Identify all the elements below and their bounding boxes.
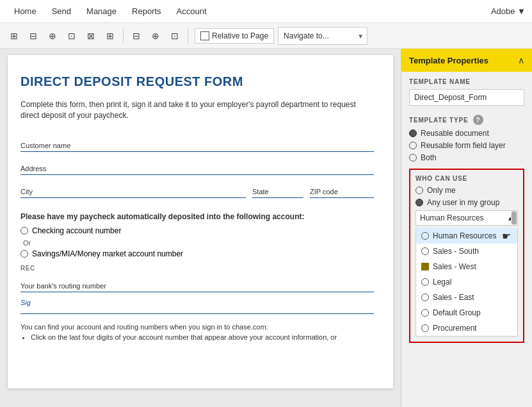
city-label: City [20, 188, 33, 197]
panel-header-title: Template Properties [409, 56, 488, 65]
signature-line: Sig [20, 299, 374, 314]
state-field[interactable]: State [252, 180, 303, 198]
tool-btn-7[interactable]: ⊟ [127, 27, 145, 45]
savings-radio-icon [20, 250, 28, 258]
only-me-option[interactable]: Only me [415, 186, 518, 195]
tool-btn-4[interactable]: ⊡ [63, 27, 81, 45]
sales-west-square-icon [421, 263, 429, 270]
template-type-help-icon[interactable]: ? [473, 115, 483, 125]
zip-field[interactable]: ZIP code [310, 180, 374, 198]
who-can-use-label: WHO CAN USE [415, 175, 518, 182]
savings-radio[interactable]: Savings/MIA/Money market account number [20, 249, 374, 258]
doc-title: DIRECT DEPOSIT REQUEST FORM [20, 74, 374, 89]
who-can-use-section: WHO CAN USE Only me Any user in my group… [409, 169, 524, 343]
tool-btn-5[interactable]: ⊠ [82, 27, 100, 45]
tool-btn-1[interactable]: ⊞ [5, 27, 23, 45]
group-dropdown-header: Human Resources ▲ [416, 211, 517, 225]
group-item-sales-east[interactable]: Sales - East [416, 290, 517, 305]
customer-name-field[interactable]: Customer name [20, 134, 374, 152]
checking-label: Checking account number [32, 226, 121, 235]
sales-west-label: Sales - West [433, 262, 476, 271]
sales-south-radio-icon [421, 247, 429, 255]
savings-label: Savings/MIA/Money market account number [32, 249, 183, 258]
customer-name-label: Customer name [20, 142, 70, 151]
footer-bullet: Click on the last four digits of your ac… [31, 332, 374, 343]
menu-bar: Home Send Manage Reports Account Adobe ▼ [0, 0, 532, 23]
default-radio-icon [421, 309, 429, 317]
sales-south-label: Sales - South [433, 247, 479, 256]
group-item-sales-south[interactable]: Sales - South [416, 244, 517, 259]
menu-account[interactable]: Account [169, 1, 214, 21]
sig-label: Sig [20, 299, 374, 314]
tool-btn-9[interactable]: ⊡ [166, 27, 184, 45]
relative-to-page-label: Relative to Page [212, 31, 268, 40]
group-scroll-bar[interactable] [511, 211, 517, 225]
right-panel: Template Properties ∧ TEMPLATE NAME TEMP… [401, 49, 532, 407]
template-type-section-label: TEMPLATE TYPE ? [409, 115, 524, 125]
menu-home[interactable]: Home [6, 1, 44, 21]
doc-footer: You can find your account and routing nu… [20, 322, 374, 343]
sales-east-radio-icon [421, 294, 429, 301]
reusable-doc-label: Reusable document [421, 129, 489, 138]
tool-btn-6[interactable]: ⊞ [101, 27, 119, 45]
group-item-hr[interactable]: Human Resources ☛ [416, 228, 517, 244]
only-me-radio-icon [415, 187, 423, 194]
menu-manage[interactable]: Manage [79, 1, 124, 21]
group-dropdown[interactable]: Human Resources ▲ [415, 210, 518, 226]
city-field[interactable]: City [20, 180, 246, 198]
reusable-field-label: Reusable form field layer [421, 141, 506, 150]
group-dropdown-text: Human Resources [420, 213, 483, 222]
document-area[interactable]: DIRECT DEPOSIT REQUEST FORM Complete thi… [0, 49, 401, 407]
group-item-procurement[interactable]: Procurement [416, 320, 517, 336]
type-reusable-field[interactable]: Reusable form field layer [409, 141, 524, 150]
type-reusable-doc[interactable]: Reusable document [409, 129, 524, 138]
group-item-default[interactable]: Default Group [416, 305, 517, 320]
group-item-sales-west[interactable]: Sales - West [416, 259, 517, 274]
rec-label: REC [20, 265, 374, 272]
tool-btn-8[interactable]: ⊕ [147, 27, 165, 45]
address-field[interactable]: Address [20, 157, 374, 175]
any-user-radio-icon [415, 199, 423, 206]
tool-btn-2[interactable]: ⊟ [24, 27, 42, 45]
both-label: Both [421, 153, 437, 162]
both-radio-icon [409, 154, 417, 162]
panel-content: TEMPLATE NAME TEMPLATE TYPE ? Reusable d… [401, 72, 532, 407]
reusable-field-radio-icon [409, 142, 417, 149]
checkbox-icon [200, 31, 209, 40]
reusable-doc-radio-icon [409, 129, 417, 137]
legal-radio-icon [421, 278, 429, 286]
adobe-logo[interactable]: Adobe ▼ [491, 6, 526, 16]
hr-radio-icon [421, 232, 429, 240]
legal-label: Legal [433, 278, 451, 287]
menu-send[interactable]: Send [44, 1, 79, 21]
checking-radio-icon [20, 227, 28, 235]
menu-reports[interactable]: Reports [124, 1, 169, 21]
doc-intro: Complete this form, then print it, sign … [20, 99, 374, 121]
navigate-dropdown[interactable]: Navigate to...Page 1Page 2 [278, 27, 367, 45]
deposit-section-label: Please have my paycheck automatically de… [20, 212, 374, 221]
group-scroll-thumb [512, 212, 517, 224]
sales-east-label: Sales - East [433, 293, 474, 302]
panel-collapse-button[interactable]: ∧ [518, 55, 524, 65]
group-list: Human Resources ☛ Sales - South Sales - … [415, 228, 518, 336]
routing-field[interactable]: Your bank's routing number [20, 274, 374, 292]
relative-to-page-button[interactable]: Relative to Page [195, 28, 274, 44]
any-user-option[interactable]: Any user in my group [415, 198, 518, 207]
type-both[interactable]: Both [409, 153, 524, 162]
state-label: State [252, 188, 269, 197]
group-item-legal[interactable]: Legal [416, 274, 517, 290]
separator-2 [188, 29, 188, 43]
default-label: Default Group [433, 308, 481, 317]
city-state-zip-row: City State ZIP code [20, 180, 374, 203]
template-name-input[interactable] [409, 89, 524, 106]
hr-label: Human Resources [433, 231, 496, 240]
tool-btn-3[interactable]: ⊕ [44, 27, 61, 45]
template-name-section-label: TEMPLATE NAME [409, 78, 524, 85]
checking-radio[interactable]: Checking account number [20, 226, 374, 235]
routing-label: Your bank's routing number [20, 282, 106, 292]
zip-label: ZIP code [310, 188, 338, 197]
procurement-label: Procurement [433, 324, 477, 333]
toolbar: ⊞ ⊟ ⊕ ⊡ ⊠ ⊞ ⊟ ⊕ ⊡ Relative to Page Navig… [0, 23, 532, 49]
document-page: DIRECT DEPOSIT REQUEST FORM Complete thi… [8, 55, 393, 388]
or-text: Or [20, 239, 374, 247]
